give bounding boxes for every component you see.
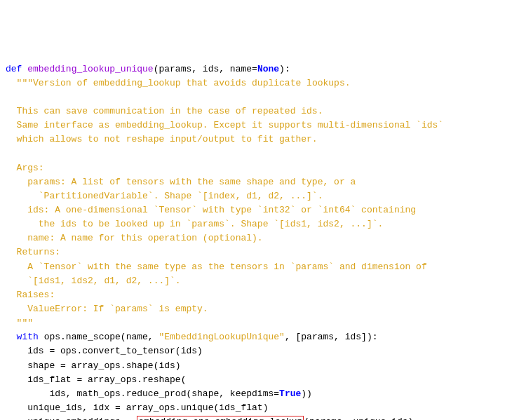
code-text: ))	[301, 388, 312, 399]
docstring-line: the ids to be looked up in `params`. Sha…	[6, 219, 383, 229]
docstring-line: `[ids1, ids2, d1, d2, ...]`.	[6, 276, 181, 286]
docstring-line: A `Tensor` with the same type as the ten…	[6, 262, 427, 272]
keyword-true: True	[279, 388, 301, 399]
docstring-raises-header: Raises:	[6, 290, 55, 300]
docstring-line: which allows to not reshape input/output…	[6, 134, 318, 144]
docstring-line: params: A list of tensors with the same …	[6, 177, 356, 187]
code-block: def embedding_lookup_unique(params, ids,…	[6, 62, 519, 420]
string-literal: "EmbeddingLookupUnique"	[159, 332, 284, 342]
docstring-line: name: A name for this operation (optiona…	[6, 233, 263, 243]
code-line: ids = ops.convert_to_tensor(ids)	[6, 346, 203, 356]
code-text: (params, unique_ids)	[304, 416, 413, 420]
function-name: embedding_lookup_unique	[27, 64, 153, 74]
docstring-line: ValueError: If `params` is empty.	[6, 304, 208, 314]
keyword-with: with	[17, 332, 39, 342]
docstring-returns-header: Returns:	[6, 247, 60, 257]
code-text: ids, math_ops.reduce_prod(shape, keepdim…	[6, 388, 279, 399]
signature-close: ):	[279, 64, 290, 74]
highlighted-call: embedding_ops.embedding_lookup	[137, 416, 304, 420]
keyword-def: def	[6, 64, 22, 74]
code-text: , [params, ids]):	[285, 332, 378, 342]
docstring-line: Version of embedding_lookup that avoids …	[33, 78, 350, 88]
docstring-line: Same interface as embedding_lookup. Exce…	[6, 120, 443, 130]
code-text: unique_embeddings =	[6, 416, 137, 420]
docstring-line: This can save communication in the case …	[6, 106, 323, 116]
docstring-line: ids: A one-dimensional `Tensor` with typ…	[6, 205, 416, 215]
code-line: unique_ids, idx = array_ops.unique(ids_f…	[6, 402, 268, 413]
docstring-line: `PartitionedVariable`. Shape `[index, d1…	[6, 191, 323, 201]
code-text: ops.name_scope(name,	[39, 332, 159, 342]
code-line: shape = array_ops.shape(ids)	[6, 360, 181, 371]
docstring-open: """	[6, 78, 33, 88]
docstring-close: """	[6, 318, 33, 328]
keyword-none: None	[257, 64, 279, 74]
docstring-args-header: Args:	[6, 163, 44, 173]
code-line: ids_flat = array_ops.reshape(	[6, 374, 186, 385]
signature-open: (params, ids, name=	[154, 64, 257, 74]
